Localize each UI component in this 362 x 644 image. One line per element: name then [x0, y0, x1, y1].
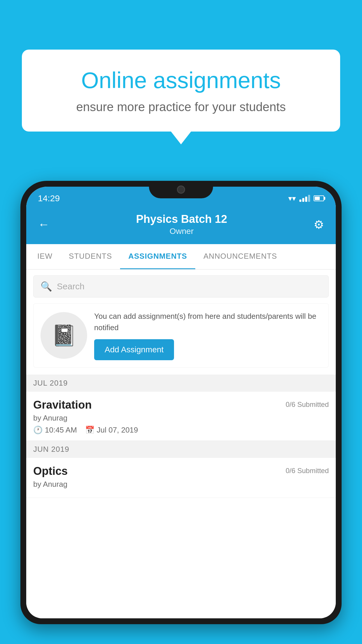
assignment-title-optics: Optics [33, 465, 68, 477]
assignment-submitted-gravitation: 0/6 Submitted [286, 400, 329, 409]
promo-text: You can add assignment(s) from here and … [94, 311, 321, 333]
phone-camera [177, 186, 185, 194]
notebook-icon: 📓 [51, 323, 77, 347]
tab-assignments[interactable]: ASSIGNMENTS [120, 244, 195, 269]
add-assignment-button[interactable]: Add Assignment [94, 339, 174, 360]
app-header: ← Physics Batch 12 Owner ⚙ [26, 207, 336, 244]
search-placeholder-text: Search [57, 281, 85, 291]
month-label-jul: JUL 2019 [33, 379, 68, 387]
promo-card: 📓 You can add assignment(s) from here an… [33, 303, 329, 368]
assignment-row1: Gravitation 0/6 Submitted [33, 399, 329, 411]
speech-bubble-subtitle: ensure more practice for your students [42, 100, 320, 114]
status-icons: ▾▾ [288, 194, 324, 203]
signal-icon [299, 195, 310, 202]
speech-bubble-container: Online assignments ensure more practice … [22, 50, 340, 132]
assignment-date-value: Jul 07, 2019 [97, 426, 138, 435]
assignment-time-value: 10:45 AM [45, 426, 77, 435]
assignment-item-optics[interactable]: Optics 0/6 Submitted by Anurag [26, 458, 336, 498]
header-subtitle: Owner [136, 227, 227, 236]
wifi-icon: ▾▾ [288, 194, 296, 203]
speech-bubble-title: Online assignments [42, 67, 320, 94]
promo-icon-circle: 📓 [41, 312, 87, 359]
content-area: 🔍 Search 📓 You can add assignment(s) fro… [26, 270, 336, 618]
tab-announcements[interactable]: ANNOUNCEMENTS [195, 244, 285, 269]
assignment-time-gravitation: 🕐 10:45 AM [33, 426, 77, 435]
assignment-item-gravitation[interactable]: Gravitation 0/6 Submitted by Anurag 🕐 10… [26, 392, 336, 441]
month-section-jun: JUN 2019 [26, 441, 336, 458]
phone-screen: 14:29 ▾▾ ← Phy [26, 187, 336, 618]
phone-container: 14:29 ▾▾ ← Phy [20, 181, 342, 644]
phone-outer: 14:29 ▾▾ ← Phy [20, 181, 342, 624]
assignment-row1-optics: Optics 0/6 Submitted [33, 465, 329, 477]
battery-icon [314, 195, 324, 201]
assignment-author-optics: by Anurag [33, 480, 329, 489]
month-label-jun: JUN 2019 [33, 445, 69, 454]
header-title: Physics Batch 12 [136, 213, 227, 225]
calendar-icon: 📅 [85, 426, 94, 435]
assignment-title-gravitation: Gravitation [33, 399, 92, 411]
assignment-meta-gravitation: 🕐 10:45 AM 📅 Jul 07, 2019 [33, 426, 329, 435]
tab-students[interactable]: STUDENTS [61, 244, 120, 269]
back-button[interactable]: ← [38, 218, 50, 231]
promo-content: You can add assignment(s) from here and … [94, 311, 321, 360]
search-icon: 🔍 [41, 281, 52, 292]
assignment-submitted-optics: 0/6 Submitted [286, 467, 329, 475]
speech-bubble: Online assignments ensure more practice … [22, 50, 340, 132]
month-section-jul: JUL 2019 [26, 374, 336, 392]
search-bar[interactable]: 🔍 Search [33, 275, 329, 298]
clock-icon: 🕐 [33, 426, 43, 435]
status-time: 14:29 [38, 193, 60, 203]
tab-iew[interactable]: IEW [29, 244, 61, 269]
assignment-author-gravitation: by Anurag [33, 414, 329, 423]
assignment-date-gravitation: 📅 Jul 07, 2019 [85, 426, 138, 435]
phone-notch [149, 181, 213, 198]
settings-button[interactable]: ⚙ [314, 218, 324, 231]
header-title-area: Physics Batch 12 Owner [136, 213, 227, 236]
tabs-container: IEW STUDENTS ASSIGNMENTS ANNOUNCEMENTS [26, 244, 336, 270]
